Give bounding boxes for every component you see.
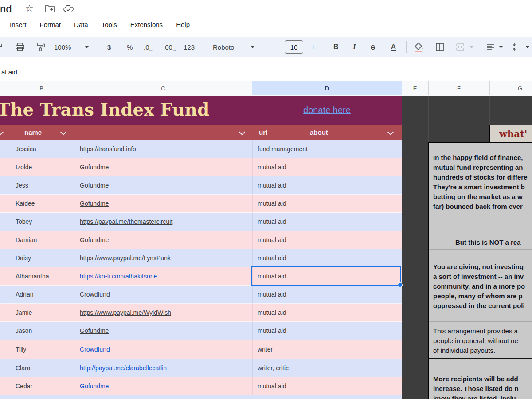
font-select[interactable]: Roboto: [213, 37, 234, 57]
name-cell[interactable]: Tilly: [16, 346, 26, 353]
name-cell[interactable]: Daisy: [16, 254, 31, 262]
name-cell[interactable]: Adrian: [16, 291, 33, 298]
menu-insert[interactable]: Insert: [10, 21, 27, 28]
url-link[interactable]: Gofundme: [80, 164, 109, 171]
table-row[interactable]: DamianGofundmemutual aid: [0, 231, 402, 249]
name-cell[interactable]: Kaidee: [16, 200, 35, 207]
filter-chevron-icon[interactable]: [0, 129, 4, 135]
about-cell[interactable]: writer, critic: [258, 364, 289, 372]
table-row[interactable]: CedarGofundmemutual aid: [0, 377, 402, 395]
name-cell[interactable]: Izolde: [16, 164, 32, 171]
italic-button[interactable]: I: [353, 37, 356, 57]
merge-cells-button[interactable]: [456, 37, 465, 57]
about-cell[interactable]: fund management: [258, 145, 308, 153]
table-row[interactable]: Tobeyhttps://paypal.me/themastercircuitm…: [0, 213, 402, 231]
sheet-title-row[interactable]: The Trans Index Fund donate here: [0, 96, 402, 125]
about-cell[interactable]: mutual aid: [258, 164, 286, 171]
table-row[interactable]: Jessicahttps://transfund.infofund manage…: [0, 140, 402, 158]
column-header-c[interactable]: C: [74, 81, 253, 95]
table-row[interactable]: Clarahttp://paypal.me/clarabellecatlinwr…: [0, 359, 402, 377]
star-icon[interactable]: ☆: [25, 3, 34, 14]
vertical-align-dropdown-icon[interactable]: [526, 37, 529, 57]
filter-header-about[interactable]: about: [310, 125, 328, 140]
vertical-align-button[interactable]: [511, 37, 518, 57]
about-cell[interactable]: mutual aid: [258, 309, 286, 316]
fill-color-button[interactable]: [414, 37, 424, 57]
name-cell[interactable]: Jess: [16, 182, 28, 189]
print-icon[interactable]: [15, 37, 25, 57]
url-link[interactable]: http://paypal.me/clarabellecatlin: [80, 364, 167, 372]
url-link[interactable]: https://paypal.me/themastercircuit: [80, 218, 172, 225]
donate-link[interactable]: donate here: [303, 105, 351, 115]
move-folder-icon[interactable]: [44, 4, 55, 15]
decrease-decimal-button[interactable]: .0←: [144, 37, 154, 57]
format-percent-button[interactable]: %: [127, 37, 133, 57]
format-currency-button[interactable]: $: [107, 37, 111, 57]
font-size-input[interactable]: 10: [285, 37, 303, 57]
decrease-font-size-button[interactable]: −: [271, 37, 276, 57]
name-cell[interactable]: Cedar: [16, 383, 32, 390]
menu-help[interactable]: Help: [176, 21, 190, 28]
side-panel-tab[interactable]: what': [489, 125, 532, 142]
table-row[interactable]: Daisyhttps://www.paypal.me/LynxPunkmutua…: [0, 249, 402, 267]
document-title[interactable]: nd: [0, 3, 12, 15]
table-row[interactable]: TillyCrowdfundwriter: [0, 340, 402, 359]
name-cell[interactable]: Jamie: [16, 309, 32, 316]
table-row[interactable]: KaideeGofundmemutual aid: [0, 195, 402, 213]
column-header-e[interactable]: E: [402, 81, 429, 95]
url-link[interactable]: Gofundme: [80, 200, 109, 207]
name-cell[interactable]: Athamantha: [16, 273, 49, 280]
menu-format[interactable]: Format: [40, 21, 61, 28]
name-cell[interactable]: Tobey: [16, 218, 32, 225]
filter-header-name[interactable]: name: [24, 125, 42, 140]
more-formats-button[interactable]: 123: [184, 37, 195, 57]
merge-dropdown-icon[interactable]: [470, 37, 473, 57]
cloud-status-icon[interactable]: [63, 4, 74, 15]
active-cell-selection[interactable]: [251, 266, 401, 286]
table-row[interactable]: Jamiehttps://www.paypal.me/WyldWishmutua…: [0, 304, 402, 322]
filter-chevron-icon[interactable]: [387, 129, 394, 135]
table-row-partial[interactable]: [0, 395, 402, 399]
column-header-b[interactable]: B: [9, 81, 74, 95]
bold-button[interactable]: B: [333, 37, 339, 57]
url-link[interactable]: Crowdfund: [80, 346, 110, 353]
name-cell[interactable]: Jessica: [16, 145, 36, 153]
table-row[interactable]: JessGofundmemutual aid: [0, 176, 402, 195]
about-cell[interactable]: mutual aid: [258, 218, 286, 225]
about-cell[interactable]: mutual aid: [258, 182, 286, 189]
horizontal-align-dropdown-icon[interactable]: [499, 37, 503, 57]
about-cell[interactable]: mutual aid: [258, 236, 286, 243]
about-cell[interactable]: mutual aid: [258, 383, 286, 390]
strikethrough-button[interactable]: S: [371, 37, 375, 57]
column-header-g[interactable]: G: [489, 81, 532, 95]
table-row[interactable]: AdrianCrowdfundmutual aid: [0, 286, 402, 304]
url-link[interactable]: https://www.paypal.me/LynxPunk: [80, 254, 171, 262]
increase-font-size-button[interactable]: +: [311, 37, 316, 57]
zoom-dropdown-icon[interactable]: [85, 37, 89, 57]
filter-chevron-icon[interactable]: [60, 129, 66, 135]
borders-button[interactable]: [435, 37, 444, 57]
url-link[interactable]: https://transfund.info: [80, 145, 136, 153]
table-row[interactable]: IzoldeGofundmemutual aid: [0, 158, 402, 176]
about-cell[interactable]: mutual aid: [258, 291, 286, 298]
increase-decimal-button[interactable]: .00→: [163, 37, 177, 57]
horizontal-align-button[interactable]: [487, 37, 495, 57]
url-link[interactable]: https://ko-fi.com/athakitsune: [80, 273, 157, 280]
side-notes-panel[interactable]: In the happy field of finance, mutual fu…: [428, 142, 532, 399]
formula-bar[interactable]: al aid: [0, 63, 532, 82]
about-cell[interactable]: mutual aid: [258, 200, 286, 207]
url-link[interactable]: Gofundme: [80, 182, 109, 189]
url-link[interactable]: Gofundme: [80, 327, 109, 334]
name-cell[interactable]: Damian: [16, 236, 37, 243]
about-cell[interactable]: writer: [258, 346, 273, 353]
paint-format-icon[interactable]: [36, 37, 45, 57]
name-cell[interactable]: Clara: [16, 364, 30, 372]
url-link[interactable]: Crowdfund: [80, 291, 110, 298]
column-header-d[interactable]: D: [252, 81, 402, 95]
url-link[interactable]: Gofundme: [80, 236, 109, 243]
filter-header-url[interactable]: url: [259, 125, 267, 140]
filter-chevron-icon[interactable]: [239, 129, 245, 135]
font-dropdown-icon[interactable]: [251, 37, 254, 57]
about-cell[interactable]: mutual aid: [258, 327, 286, 334]
column-header-f[interactable]: F: [428, 81, 490, 95]
